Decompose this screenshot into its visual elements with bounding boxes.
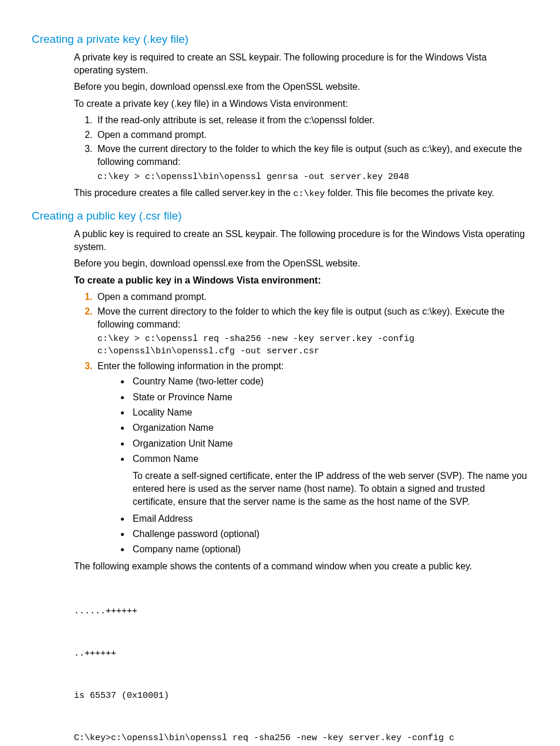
text-run: folder. This file becomes the private ke… bbox=[325, 188, 494, 198]
list-item: Company name (optional) bbox=[130, 543, 528, 556]
ordered-list: Open a command prompt. Move the current … bbox=[74, 291, 528, 556]
inline-code: c:\key bbox=[294, 189, 325, 199]
paragraph-bold: To create a public key in a Windows Vist… bbox=[74, 274, 528, 287]
note-paragraph: To create a self-signed certificate, ent… bbox=[133, 470, 528, 509]
code-line: is 65537 (0x10001) bbox=[74, 689, 528, 703]
text-run: This procedure creates a file called ser… bbox=[74, 188, 294, 198]
paragraph: A private key is required to create an S… bbox=[74, 51, 528, 77]
paragraph: To create a private key (.key file) in a… bbox=[74, 97, 528, 110]
list-item: Common Name To create a self-signed cert… bbox=[130, 453, 528, 509]
heading-private-key: Creating a private key (.key file) bbox=[32, 32, 528, 48]
section-private-key-body: A private key is required to create an S… bbox=[74, 51, 528, 200]
list-item-text: Move the current directory to the folder… bbox=[97, 144, 522, 167]
list-item: Locality Name bbox=[130, 406, 528, 419]
code-line: ..++++++ bbox=[74, 647, 528, 661]
list-item: Enter the following information in the p… bbox=[95, 360, 528, 556]
list-item-text: Enter the following information in the p… bbox=[97, 361, 284, 371]
section-public-key-body: A public key is required to create an SS… bbox=[74, 228, 528, 746]
code-block: c:\key > c:\openssl\bin\openssl genrsa -… bbox=[97, 171, 528, 183]
list-item: Organization Unit Name bbox=[130, 437, 528, 450]
code-line: C:\key>c:\openssl\bin\openssl req -sha25… bbox=[74, 731, 528, 745]
list-item: Organization Name bbox=[130, 421, 528, 434]
list-item: Email Address bbox=[130, 512, 528, 525]
list-item: Country Name (two-letter code) bbox=[130, 375, 528, 388]
list-item: Move the current directory to the folder… bbox=[95, 305, 528, 357]
code-block: c:\key > c:\openssl req -sha256 -new -ke… bbox=[97, 333, 528, 357]
list-item: Challenge password (optional) bbox=[130, 528, 528, 541]
list-item: Open a command prompt. bbox=[95, 129, 528, 141]
bullet-list: Country Name (two-letter code) State or … bbox=[97, 375, 528, 556]
ordered-list: If the read-only attribute is set, relea… bbox=[74, 114, 528, 183]
list-item: If the read-only attribute is set, relea… bbox=[95, 114, 528, 127]
paragraph: A public key is required to create an SS… bbox=[74, 228, 528, 254]
list-item: Move the current directory to the folder… bbox=[95, 143, 528, 183]
paragraph: Before you begin, download openssl.exe f… bbox=[74, 257, 528, 270]
list-item: State or Province Name bbox=[130, 391, 528, 404]
code-line: ......++++++ bbox=[74, 605, 528, 619]
paragraph: This procedure creates a file called ser… bbox=[74, 187, 528, 200]
heading-public-key: Creating a public key (.csr file) bbox=[32, 208, 528, 224]
list-item-text: Common Name bbox=[133, 454, 198, 464]
paragraph: Before you begin, download openssl.exe f… bbox=[74, 80, 528, 93]
list-item: Open a command prompt. bbox=[95, 291, 528, 303]
paragraph: The following example shows the contents… bbox=[74, 560, 528, 573]
example-output: ......++++++ ..++++++ is 65537 (0x10001)… bbox=[74, 576, 528, 746]
list-item-text: Move the current directory to the folder… bbox=[97, 306, 505, 329]
